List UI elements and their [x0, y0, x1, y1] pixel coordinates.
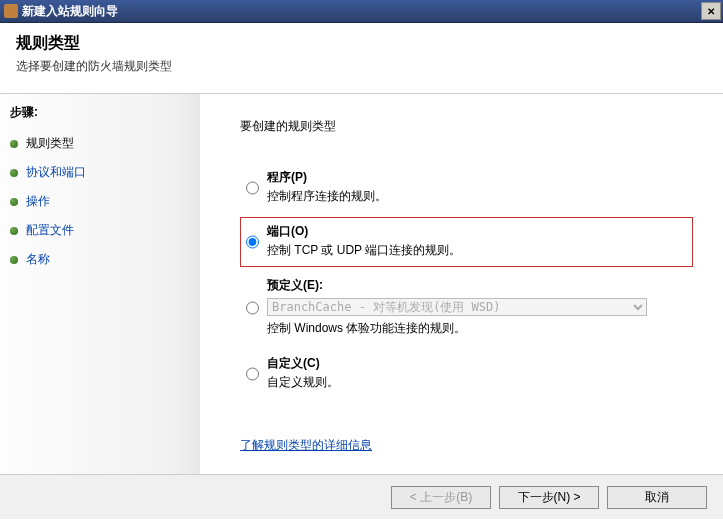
option-port: 端口(O) 控制 TCP 或 UDP 端口连接的规则。: [240, 217, 693, 267]
wizard-header: 规则类型 选择要创建的防火墙规则类型: [0, 23, 723, 94]
radio-predefined[interactable]: [246, 279, 259, 337]
option-program: 程序(P) 控制程序连接的规则。: [240, 163, 693, 213]
option-custom: 自定义(C) 自定义规则。: [240, 349, 693, 399]
step-protocol-port[interactable]: 协议和端口: [10, 164, 190, 181]
wizard-content: 要创建的规则类型 程序(P) 控制程序连接的规则。 端口(O) 控制 TCP 或…: [200, 94, 723, 474]
step-rule-type[interactable]: 规则类型: [10, 135, 190, 152]
bullet-icon: [10, 256, 18, 264]
bullet-icon: [10, 140, 18, 148]
predefined-select[interactable]: BranchCache - 对等机发现(使用 WSD): [267, 298, 647, 316]
app-icon: [4, 4, 18, 18]
steps-label: 步骤:: [10, 104, 190, 121]
cancel-button[interactable]: 取消: [607, 486, 707, 509]
option-desc: 控制程序连接的规则。: [267, 188, 687, 205]
option-predefined: 预定义(E): BranchCache - 对等机发现(使用 WSD) 控制 W…: [240, 271, 693, 345]
page-subtitle: 选择要创建的防火墙规则类型: [16, 58, 707, 75]
option-desc: 自定义规则。: [267, 374, 687, 391]
option-title: 自定义(C): [267, 355, 687, 372]
option-title: 预定义(E):: [267, 277, 687, 294]
help-link[interactable]: 了解规则类型的详细信息: [240, 437, 372, 454]
wizard-footer: < 上一步(B) 下一步(N) > 取消: [0, 474, 723, 519]
step-label: 协议和端口: [26, 164, 86, 181]
option-title: 程序(P): [267, 169, 687, 186]
predefined-combo-wrap: BranchCache - 对等机发现(使用 WSD): [267, 298, 687, 316]
step-action[interactable]: 操作: [10, 193, 190, 210]
option-desc: 控制 Windows 体验功能连接的规则。: [267, 320, 687, 337]
step-profile[interactable]: 配置文件: [10, 222, 190, 239]
step-label: 配置文件: [26, 222, 74, 239]
titlebar: 新建入站规则向导 ✕: [0, 0, 723, 23]
bullet-icon: [10, 198, 18, 206]
option-desc: 控制 TCP 或 UDP 端口连接的规则。: [267, 242, 687, 259]
next-button[interactable]: 下一步(N) >: [499, 486, 599, 509]
back-button[interactable]: < 上一步(B): [391, 486, 491, 509]
step-label: 操作: [26, 193, 50, 210]
steps-sidebar: 步骤: 规则类型 协议和端口 操作 配置文件 名称: [0, 94, 200, 474]
radio-program[interactable]: [246, 171, 259, 205]
step-name[interactable]: 名称: [10, 251, 190, 268]
bullet-icon: [10, 169, 18, 177]
radio-custom[interactable]: [246, 357, 259, 391]
step-label: 名称: [26, 251, 50, 268]
option-title: 端口(O): [267, 223, 687, 240]
bullet-icon: [10, 227, 18, 235]
page-title: 规则类型: [16, 33, 707, 54]
step-label: 规则类型: [26, 135, 74, 152]
close-button[interactable]: ✕: [701, 2, 721, 20]
radio-port[interactable]: [246, 225, 259, 259]
content-heading: 要创建的规则类型: [240, 118, 693, 135]
window-title: 新建入站规则向导: [22, 3, 701, 20]
